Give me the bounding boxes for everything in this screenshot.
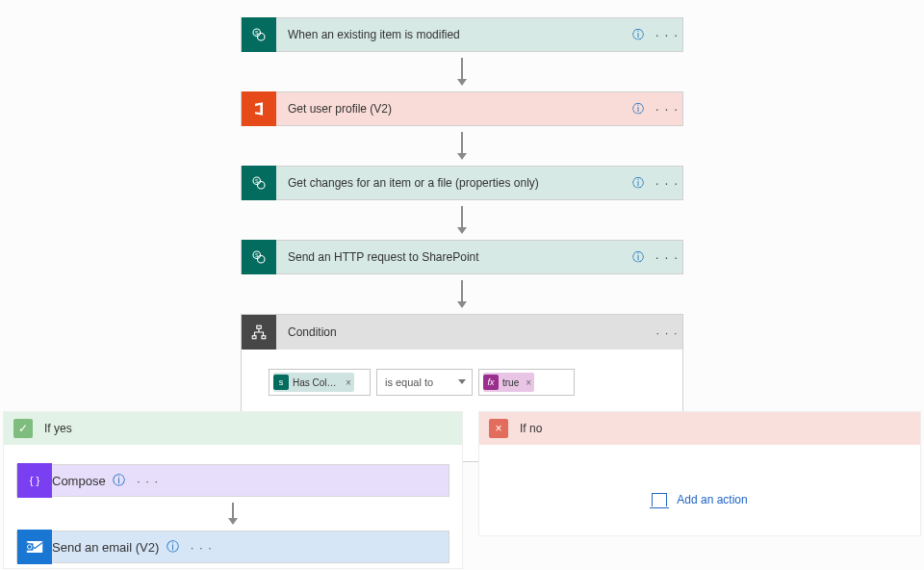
more-icon[interactable]: · · · (186, 540, 217, 555)
help-icon[interactable]: ⓘ (625, 175, 652, 192)
compose-icon: { } (17, 463, 52, 498)
if-yes-header[interactable]: ✓ If yes (4, 412, 462, 445)
step-label: Send an email (V2) (52, 540, 159, 555)
operator-label: is equal to (385, 376, 433, 388)
step-label: When an existing item is modified (276, 28, 625, 41)
step-label: Compose (52, 474, 106, 488)
more-icon[interactable]: · · · (133, 474, 164, 488)
token-label: Has Colu… (289, 377, 343, 388)
condition-icon (242, 315, 276, 350)
svg-rect-9 (257, 325, 262, 328)
add-action-label: Add an action (677, 493, 747, 506)
svg-point-7 (258, 256, 266, 264)
condition-branches: ✓ If yes { } Compose ⓘ · · · Send an ema… (0, 411, 924, 570)
trigger-sharepoint-modified[interactable]: S When an existing item is modified ⓘ · … (241, 17, 683, 52)
check-icon: ✓ (13, 419, 33, 438)
condition-title: Condition (276, 325, 652, 339)
condition-row: s Has Colu… × is equal to fx true × (269, 369, 655, 396)
condition-left-operand[interactable]: s Has Colu… × (269, 369, 371, 396)
more-icon[interactable]: · · · (652, 175, 682, 191)
action-send-email[interactable]: Send an email (V2) ⓘ · · · (16, 531, 449, 563)
main-stack: S When an existing item is modified ⓘ · … (241, 17, 683, 462)
help-icon[interactable]: ⓘ (625, 249, 652, 266)
token-label: true (499, 377, 523, 388)
more-icon[interactable]: · · · (652, 27, 682, 42)
if-yes-label: If yes (44, 422, 72, 435)
svg-text:S: S (255, 252, 259, 258)
svg-text:S: S (255, 178, 259, 184)
remove-token-icon[interactable]: × (343, 377, 354, 388)
dynamic-token[interactable]: s Has Colu… × (273, 373, 354, 392)
svg-rect-10 (252, 336, 256, 339)
outlook-icon (17, 530, 52, 564)
help-icon[interactable]: ⓘ (625, 101, 652, 117)
action-get-changes[interactable]: S Get changes for an item or a file (pro… (241, 166, 683, 200)
office-icon (242, 91, 276, 126)
if-no-label: If no (520, 422, 542, 435)
action-compose[interactable]: { } Compose ⓘ · · · (16, 464, 449, 497)
condition-header[interactable]: Condition · · · (242, 315, 682, 350)
svg-rect-11 (262, 336, 266, 339)
step-label: Get user profile (V2) (276, 102, 625, 116)
expression-token[interactable]: fx true × (483, 373, 534, 392)
svg-point-4 (258, 182, 266, 190)
sharepoint-icon: S (242, 240, 276, 274)
help-icon[interactable]: ⓘ (106, 472, 133, 489)
action-get-user-profile[interactable]: Get user profile (V2) ⓘ · · · (241, 91, 683, 126)
sharepoint-icon: S (242, 166, 276, 200)
svg-point-1 (258, 34, 266, 41)
close-icon: × (489, 419, 508, 438)
fx-icon: fx (483, 375, 499, 390)
svg-text:S: S (255, 30, 259, 36)
if-no-header[interactable]: × If no (479, 412, 920, 445)
chevron-down-icon (458, 379, 466, 384)
step-label: Send an HTTP request to SharePoint (276, 250, 625, 264)
sharepoint-icon: S (242, 17, 276, 52)
remove-token-icon[interactable]: × (523, 377, 534, 388)
more-icon[interactable]: · · · (652, 325, 682, 340)
if-no-branch: × If no Add an action (478, 411, 921, 536)
if-no-body: Add an action (479, 445, 920, 526)
add-action-icon (652, 493, 667, 506)
if-yes-branch: ✓ If yes { } Compose ⓘ · · · Send an ema… (3, 411, 463, 569)
step-label: Get changes for an item or a file (prope… (276, 176, 625, 190)
add-action-button[interactable]: Add an action (652, 493, 747, 506)
flow-canvas: S When an existing item is modified ⓘ · … (0, 0, 924, 570)
condition-right-operand[interactable]: fx true × (478, 369, 575, 396)
condition-operator-select[interactable]: is equal to (376, 369, 473, 396)
action-http-request[interactable]: S Send an HTTP request to SharePoint ⓘ ·… (241, 240, 683, 274)
sharepoint-icon: s (273, 375, 289, 390)
help-icon[interactable]: ⓘ (159, 538, 186, 556)
help-icon[interactable]: ⓘ (625, 27, 652, 43)
more-icon[interactable]: · · · (652, 249, 682, 265)
if-yes-body: { } Compose ⓘ · · · Send an email (V2) ⓘ… (4, 445, 462, 569)
more-icon[interactable]: · · · (652, 101, 682, 117)
